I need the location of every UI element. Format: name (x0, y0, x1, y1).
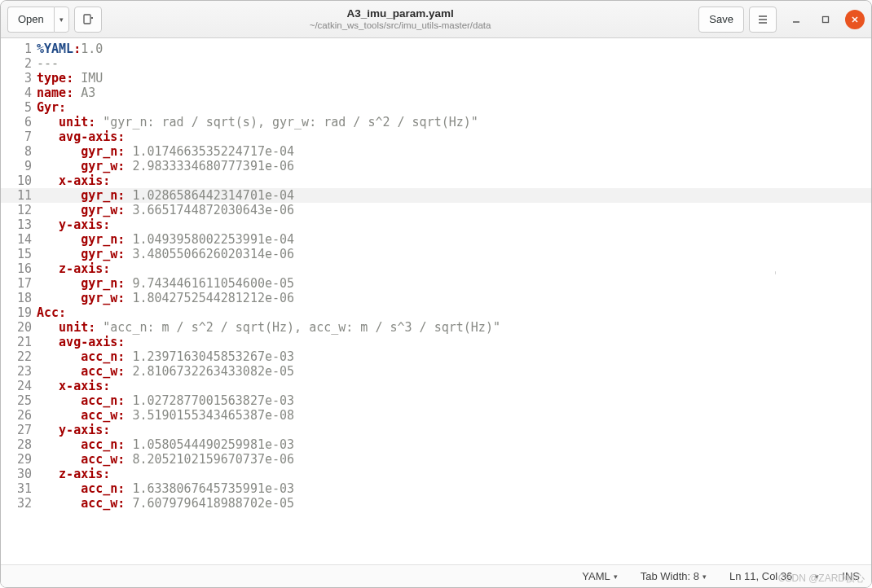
line-number: 7 (1, 129, 37, 144)
line-number: 3 (1, 71, 37, 86)
chevron-down-icon: ▾ (702, 573, 707, 581)
header-bar: Open ▾ A3_imu_param.yaml ~/catkin_ws_too… (1, 1, 871, 38)
hamburger-menu-button[interactable] (749, 7, 777, 33)
new-tab-button[interactable] (74, 7, 102, 33)
new-document-icon (81, 13, 95, 26)
line-number: 19 (1, 305, 37, 320)
cursor-position[interactable]: Ln 11, Col 36 (729, 570, 792, 582)
chevron-down-icon: ▾ (59, 15, 64, 24)
chevron-down-icon: ▾ (614, 573, 618, 581)
save-button[interactable]: Save (698, 7, 744, 33)
maximize-button[interactable] (816, 10, 835, 29)
svg-rect-0 (84, 15, 90, 24)
minimize-button[interactable] (786, 10, 806, 29)
tab-width-selector[interactable]: Tab Width: 8 ▾ (641, 570, 707, 582)
close-button[interactable] (845, 10, 865, 29)
line-number: 12 (1, 203, 37, 217)
maximize-icon (821, 15, 830, 24)
line-number: 2 (1, 56, 37, 71)
line-number: 28 (1, 437, 37, 452)
line-number: 24 (1, 379, 37, 393)
open-button[interactable]: Open (7, 7, 54, 33)
line-number: 17 (1, 276, 37, 291)
line-number: 6 (1, 115, 37, 129)
line-number: 21 (1, 335, 37, 349)
text-cursor-icon (775, 266, 776, 279)
window-title: A3_imu_param.yaml (107, 7, 694, 20)
chevron-down-icon: ▾ (815, 573, 819, 581)
line-number: 13 (1, 217, 37, 232)
status-bar: YAML ▾ Tab Width: 8 ▾ Ln 11, Col 36 ▾ IN… (1, 564, 871, 587)
line-number: 15 (1, 247, 37, 261)
line-number: 14 (1, 232, 37, 247)
line-number: 18 (1, 291, 37, 305)
line-number: 8 (1, 144, 37, 159)
language-selector[interactable]: YAML ▾ (582, 570, 617, 582)
line-number: 32 (1, 496, 37, 511)
line-number: 1 (1, 42, 37, 56)
open-button-group: Open ▾ (7, 7, 69, 33)
hamburger-icon (757, 14, 769, 25)
line-number: 23 (1, 364, 37, 379)
open-dropdown-button[interactable]: ▾ (54, 7, 69, 33)
line-number: 10 (1, 173, 37, 188)
line-number: 9 (1, 159, 37, 173)
svg-rect-1 (823, 16, 829, 22)
line-number: 29 (1, 452, 37, 467)
line-number: 22 (1, 349, 37, 364)
line-number: 11 (1, 188, 37, 203)
line-number: 25 (1, 393, 37, 408)
title-area: A3_imu_param.yaml ~/catkin_ws_tools/src/… (107, 7, 694, 32)
line-number: 31 (1, 481, 37, 496)
insert-mode[interactable]: INS (842, 570, 860, 582)
line-number: 5 (1, 100, 37, 115)
line-number: 27 (1, 423, 37, 437)
text-editor[interactable]: 1%YAML:1.0 2--- 3type: IMU 4name: A3 5Gy… (1, 38, 871, 564)
line-number: 30 (1, 467, 37, 481)
line-number: 26 (1, 408, 37, 423)
minimize-icon (792, 15, 800, 24)
window-subtitle: ~/catkin_ws_tools/src/imu_utils-master/d… (107, 20, 694, 32)
close-icon (851, 15, 859, 24)
line-number: 4 (1, 86, 37, 100)
line-number: 16 (1, 261, 37, 276)
line-number: 20 (1, 320, 37, 335)
